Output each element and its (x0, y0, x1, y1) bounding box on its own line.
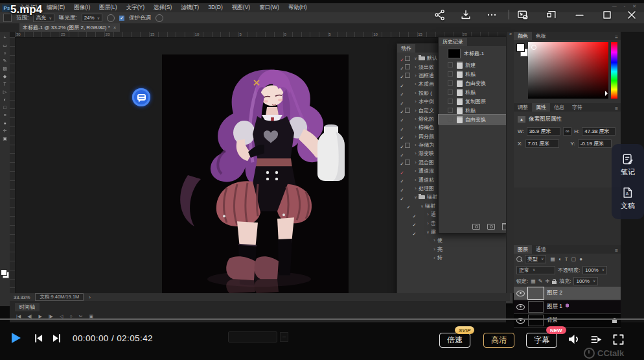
chevron-right-icon[interactable]: › (89, 294, 91, 300)
expand-arrow-icon[interactable] (431, 238, 437, 243)
tab-timeline[interactable]: 时间轴 (15, 303, 40, 311)
action-dialog-toggle[interactable] (405, 64, 410, 69)
tab-history[interactable]: 历史记录 (439, 38, 467, 46)
hue-strip[interactable] (611, 42, 617, 99)
ps-tool-icon[interactable]: ◆ (3, 73, 6, 80)
ps-tool-icon[interactable]: ✎ (3, 57, 7, 65)
lock-transparency-icon[interactable]: ▦ (531, 278, 536, 284)
ps-tool-icon[interactable]: ▭ (3, 42, 7, 49)
expand-arrow-icon[interactable] (431, 256, 437, 260)
expand-arrow-icon[interactable] (413, 125, 419, 130)
history-step[interactable]: 复制图层 (439, 97, 512, 106)
ps-menu-item[interactable]: 图像(I) (69, 4, 95, 12)
history-snapshot-row[interactable]: 未标题-1 (439, 46, 512, 60)
filter-kind-select[interactable]: 类型 (525, 255, 546, 263)
expand-arrow-icon[interactable] (431, 247, 437, 252)
ps-tool-icon[interactable]: ● (3, 119, 6, 127)
expand-arrow-icon[interactable] (425, 221, 431, 226)
expand-arrow-icon[interactable] (413, 143, 419, 147)
close-icon[interactable] (625, 8, 639, 22)
tab-swatches[interactable]: 色板 (532, 32, 550, 40)
ps-menu-item[interactable]: 滤镜(T) (176, 4, 203, 12)
ps-menu-item[interactable]: 窗口(W) (255, 4, 284, 12)
history-brush-box[interactable] (448, 99, 453, 104)
history-step[interactable]: 自由变换 (439, 78, 512, 88)
expand-arrow-icon[interactable] (413, 195, 419, 199)
expand-arrow-icon[interactable] (425, 212, 431, 217)
expand-arrow-icon[interactable] (413, 160, 419, 165)
expand-arrow-icon[interactable] (413, 169, 419, 173)
layer-filter-icon[interactable]: ● (579, 256, 582, 262)
action-check-icon[interactable] (406, 200, 411, 211)
ps-tool-icon[interactable]: ▷ (3, 88, 6, 96)
height-field[interactable]: 47.38 厘米 (582, 127, 615, 136)
hue-slider-arrow[interactable] (605, 91, 610, 96)
notes-button[interactable]: 笔记 (621, 152, 635, 177)
history-brush-box[interactable] (448, 62, 453, 67)
speed-button[interactable]: 倍速 (439, 333, 470, 348)
x-field[interactable]: 7.01 厘米 (525, 139, 559, 148)
layer-filter-icons[interactable]: ▦◐T▢● (550, 256, 582, 262)
link-dimensions-icon[interactable]: ∞ (563, 127, 572, 136)
layer-thumbnail[interactable] (528, 315, 544, 326)
ps-menu-item[interactable]: 视图(V) (227, 4, 255, 12)
history-step[interactable]: 粘贴 (439, 106, 512, 115)
expand-arrow-icon[interactable] (419, 204, 425, 208)
layer-filter-icon[interactable]: ▦ (550, 256, 555, 262)
camera-snapshot-icon[interactable] (472, 224, 480, 230)
width-field[interactable]: 36.9 厘米 (527, 127, 560, 136)
expand-arrow-icon[interactable] (413, 73, 419, 78)
history-brush-box[interactable] (448, 117, 453, 122)
cast-icon[interactable] (544, 8, 558, 22)
history-brush-box[interactable] (448, 108, 453, 113)
layer-row[interactable]: 图层 1 (514, 300, 621, 314)
expand-arrow-icon[interactable] (413, 99, 419, 104)
expand-arrow-icon[interactable] (413, 186, 419, 191)
ps-tool-icon[interactable]: ≡ (3, 112, 6, 119)
expand-arrow-icon[interactable] (413, 117, 419, 121)
expand-arrow-icon[interactable] (413, 178, 419, 182)
quality-button[interactable]: 高清 (483, 333, 514, 348)
download-icon[interactable] (459, 8, 473, 22)
panel-menu-icon[interactable]: ≡ (612, 34, 621, 40)
next-button[interactable] (51, 332, 63, 347)
expand-arrow-icon[interactable] (413, 91, 419, 95)
history-step[interactable]: 粘贴 (439, 69, 512, 78)
expand-arrow-icon[interactable] (413, 56, 419, 60)
expand-arrow-icon[interactable] (425, 230, 431, 234)
action-check-icon[interactable] (399, 191, 405, 203)
blend-mode-select[interactable]: 正常 (516, 266, 555, 274)
layer-filter-icon[interactable]: ◐ (558, 256, 562, 262)
action-row[interactable]: 持 (397, 254, 512, 262)
close-icon[interactable]: × (113, 25, 117, 30)
layer-row[interactable]: 背景 (514, 314, 621, 328)
ps-tool-icon[interactable]: □ (3, 104, 6, 112)
document-tab[interactable]: 未标题-1 @ 33.2% (图层 2, RGB/8#) * × (19, 23, 120, 32)
subtitle-button[interactable]: 字幕 (526, 333, 557, 348)
artwork-canvas[interactable] (162, 54, 349, 293)
layer-filter-icon[interactable]: ▢ (571, 256, 577, 262)
docs-button[interactable]: A 文稿 (621, 186, 635, 211)
action-dialog-toggle[interactable] (405, 143, 410, 148)
ps-tool-icon[interactable]: ▨ (3, 65, 7, 73)
y-field[interactable]: -0.19 厘米 (578, 139, 612, 148)
visibility-eye-icon[interactable] (516, 304, 525, 310)
maximize-icon[interactable] (600, 8, 614, 22)
airbrush-icon[interactable] (107, 14, 115, 22)
exposure-select[interactable]: 24%∨ (82, 14, 102, 22)
panel-menu-icon[interactable]: ≡ (612, 106, 621, 112)
history-step[interactable]: 粘贴 (439, 88, 512, 97)
more-icon[interactable] (485, 8, 499, 22)
history-step[interactable]: 新建 (439, 60, 512, 69)
progress-bar[interactable] (0, 318, 644, 320)
panel-menu-icon[interactable]: ≡ (612, 248, 621, 254)
play-button[interactable] (8, 330, 23, 348)
lock-pixels-icon[interactable]: ✎ (538, 278, 543, 284)
expand-arrow-icon[interactable] (413, 82, 419, 86)
layer-thumbnail[interactable] (528, 287, 544, 299)
ps-tool-icon[interactable]: ▣ (3, 135, 7, 143)
ps-tool-icon[interactable]: + (3, 34, 6, 42)
protect-tones-checkbox[interactable]: ✓ (119, 16, 124, 21)
tab-actions[interactable]: 动作 (397, 44, 415, 53)
visibility-eye-icon[interactable] (516, 291, 525, 296)
